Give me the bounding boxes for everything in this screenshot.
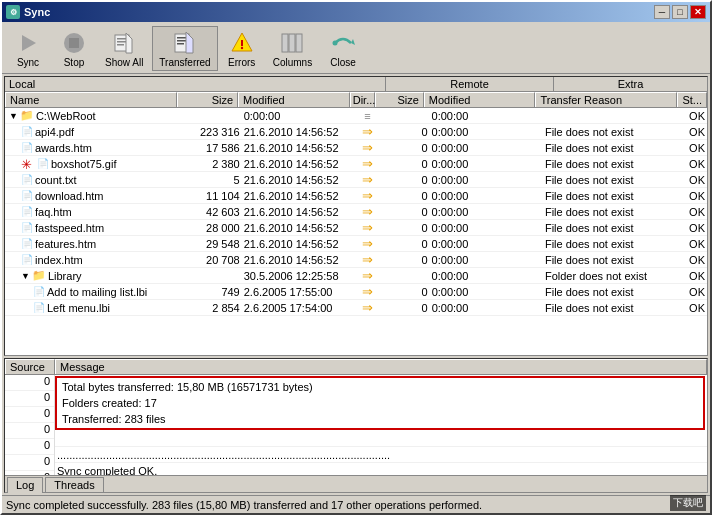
svg-marker-0 (22, 35, 36, 51)
watermark-text: 下载吧 (673, 497, 703, 508)
show-all-button[interactable]: Show All (98, 26, 150, 71)
col-reason[interactable]: Transfer Reason (535, 92, 677, 107)
table-row[interactable]: 📄Left menu.lbi2 8542.6.2005 17:54:00⇒00:… (5, 300, 707, 316)
cell-rsize: 0 (380, 142, 430, 154)
table-row[interactable]: 📄api4.pdf223 31621.6.2010 14:56:52⇒00:00… (5, 124, 707, 140)
svg-rect-16 (282, 34, 288, 52)
cell-dir: ≡ (355, 110, 380, 122)
cell-st: OK (687, 302, 707, 314)
cell-reason: File does not exist (543, 142, 687, 154)
window-title: ⚙ Sync (6, 5, 50, 19)
table-row[interactable]: ▼📁Library30.5.2006 12:25:58⇒0:00:00Folde… (5, 268, 707, 284)
transferred-button[interactable]: Transferred (152, 26, 217, 71)
cell-name: 📄awards.htm (5, 142, 180, 154)
cell-rsize: 0 (380, 174, 430, 186)
log-message-column: Total bytes transferred: 15,80 MB (16571… (55, 375, 707, 475)
cell-size: 223 316 (180, 126, 242, 138)
svg-rect-14 (241, 40, 243, 46)
cell-modified: 21.6.2010 14:56:52 (242, 254, 355, 266)
cell-name: 📄api4.pdf (5, 126, 180, 138)
close-button[interactable]: Close (321, 26, 365, 71)
cell-rsize: 0 (380, 126, 430, 138)
cell-reason: File does not exist (543, 222, 687, 234)
cell-dir: ⇒ (355, 140, 380, 155)
errors-button[interactable]: Errors (220, 26, 264, 71)
col-dir[interactable]: Dir... (350, 92, 375, 107)
file-pane: Local Remote Extra Name Size Modified Di… (4, 76, 708, 356)
table-row[interactable]: 📄Add to mailing list.lbi7492.6.2005 17:5… (5, 284, 707, 300)
cell-name: ▼📁Library (5, 269, 180, 282)
table-row[interactable]: 📄count.txt521.6.2010 14:56:52⇒00:00:00Fi… (5, 172, 707, 188)
table-row[interactable]: ✳📄boxshot75.gif2 38021.6.2010 14:56:52⇒0… (5, 156, 707, 172)
svg-rect-18 (296, 34, 302, 52)
cell-rmodified: 0:00:00 (430, 190, 543, 202)
log-pane: Source Message 0000000Total bytes transf… (4, 358, 708, 493)
cell-name: 📄Left menu.lbi (5, 302, 180, 314)
status-bar: Sync completed successfully. 283 files (… (2, 495, 710, 513)
col-rmodified[interactable]: Modified (424, 92, 536, 107)
maximize-button[interactable]: □ (672, 5, 688, 19)
log-message-header[interactable]: Message (55, 359, 707, 374)
cell-rsize: 0 (380, 222, 430, 234)
cell-modified: 30.5.2006 12:25:58 (242, 270, 355, 282)
cell-modified: 21.6.2010 14:56:52 (242, 142, 355, 154)
cell-rsize: 0 (380, 254, 430, 266)
tab-threads[interactable]: Threads (45, 477, 103, 492)
cell-rmodified: 0:00:00 (430, 158, 543, 170)
cell-st: OK (687, 206, 707, 218)
table-row[interactable]: ▼📁C:\WebRoot0:00:00≡0:00:00OK (5, 108, 707, 124)
log-content[interactable]: 0000000Total bytes transferred: 15,80 MB… (5, 375, 707, 475)
tab-strip: Log Threads (5, 475, 707, 492)
svg-rect-6 (117, 44, 124, 46)
log-msg-cell: Total bytes transferred: 15,80 MB (16571… (60, 379, 700, 395)
tab-log[interactable]: Log (7, 477, 43, 493)
cell-st: OK (687, 142, 707, 154)
cell-rmodified: 0:00:00 (430, 222, 543, 234)
col-name[interactable]: Name (5, 92, 177, 107)
col-rsize[interactable]: Size (375, 92, 424, 107)
table-row[interactable]: 📄faq.htm42 60321.6.2010 14:56:52⇒00:00:0… (5, 204, 707, 220)
svg-marker-12 (186, 32, 193, 53)
transferred-icon (171, 29, 199, 57)
table-row[interactable]: 📄awards.htm17 58621.6.2010 14:56:52⇒00:0… (5, 140, 707, 156)
table-row[interactable]: 📄fastspeed.htm28 00021.6.2010 14:56:52⇒0… (5, 220, 707, 236)
file-list[interactable]: ▼📁C:\WebRoot0:00:00≡0:00:00OK📄api4.pdf22… (5, 108, 707, 355)
col-size[interactable]: Size (177, 92, 238, 107)
table-row[interactable]: 📄download.htm11 10421.6.2010 14:56:52⇒00… (5, 188, 707, 204)
cell-rsize: 0 (380, 190, 430, 202)
stop-button[interactable]: Stop (52, 26, 96, 71)
cell-size: 42 603 (180, 206, 242, 218)
cell-modified: 0:00:00 (242, 110, 355, 122)
cell-rmodified: 0:00:00 (430, 254, 543, 266)
minimize-button[interactable]: ─ (654, 5, 670, 19)
stop-icon (60, 29, 88, 57)
remote-group-header: Remote (386, 77, 554, 91)
log-source-header[interactable]: Source (5, 359, 55, 374)
cell-modified: 21.6.2010 14:56:52 (242, 190, 355, 202)
col-headers: Name Size Modified Dir... Size Modified … (5, 92, 707, 108)
cell-size: 2 854 (180, 302, 242, 314)
group-headers: Local Remote Extra (5, 77, 707, 92)
log-msg-cell: ........................................… (55, 447, 707, 463)
col-modified[interactable]: Modified (238, 92, 350, 107)
sync-button[interactable]: Sync (6, 26, 50, 71)
svg-marker-19 (351, 39, 355, 45)
cell-reason: File does not exist (543, 286, 687, 298)
cell-rsize: 0 (380, 158, 430, 170)
cell-size: 749 (180, 286, 242, 298)
cell-size: 20 708 (180, 254, 242, 266)
cell-reason: File does not exist (543, 254, 687, 266)
close-window-button[interactable]: ✕ (690, 5, 706, 19)
table-row[interactable]: 📄features.htm29 54821.6.2010 14:56:52⇒00… (5, 236, 707, 252)
stop-label: Stop (64, 57, 85, 68)
cell-reason: Folder does not exist (543, 270, 687, 282)
cell-modified: 21.6.2010 14:56:52 (242, 126, 355, 138)
col-st[interactable]: St... (677, 92, 707, 107)
cell-name: ▼📁C:\WebRoot (5, 109, 180, 122)
cell-name: 📄faq.htm (5, 206, 180, 218)
cell-st: OK (687, 222, 707, 234)
title-bar: ⚙ Sync ─ □ ✕ (2, 2, 710, 22)
table-row[interactable]: 📄index.htm20 70821.6.2010 14:56:52⇒00:00… (5, 252, 707, 268)
columns-button[interactable]: Columns (266, 26, 319, 71)
cell-reason: File does not exist (543, 238, 687, 250)
